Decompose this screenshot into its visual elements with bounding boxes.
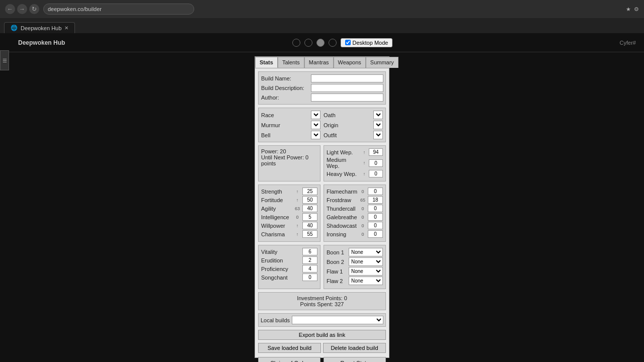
save-delete-row: Save loaded build Delete loaded build [258, 343, 386, 353]
flaw1-select[interactable]: None [349, 267, 383, 276]
charisma-label: Charisma [261, 231, 292, 237]
frostdraw-input[interactable] [368, 196, 383, 204]
save-button[interactable]: Save loaded build [258, 343, 321, 353]
tabs-row: Stats Talents Mantras Weapons Summary [255, 57, 389, 68]
magic-stats-section: Flamecharm 0 Frostdraw 65 Thundercall 0 [324, 185, 386, 242]
flaw2-select[interactable]: None [349, 277, 383, 285]
light-wep-input[interactable] [369, 148, 383, 156]
local-builds-select[interactable] [292, 316, 383, 324]
build-name-input[interactable] [311, 74, 383, 82]
boon1-select[interactable]: None [349, 248, 383, 256]
desktop-mode-button[interactable]: Desktop Mode [341, 38, 393, 47]
circle-btn-1[interactable] [292, 39, 300, 47]
settings-icon[interactable]: ⚙ [634, 6, 639, 13]
builder-panel: Stats Talents Mantras Weapons Summary Bu… [255, 56, 389, 358]
oath-row: Oath Oathless [324, 111, 383, 119]
origin-label: Origin [324, 122, 371, 128]
proficiency-row: Proficiency [261, 265, 317, 273]
build-name-label: Build Name: [261, 75, 309, 81]
sidebar-toggle[interactable]: ☰ [0, 50, 9, 70]
tab-talents[interactable]: Talents [278, 57, 304, 68]
close-tab-icon[interactable]: ✕ [64, 25, 68, 31]
delete-button[interactable]: Delete loaded build [323, 343, 386, 353]
light-wep-modifier: ↑ [361, 150, 367, 155]
tab-mantras[interactable]: Mantras [304, 57, 334, 68]
back-button[interactable]: ← [5, 4, 15, 14]
until-next-value: 0 [305, 154, 308, 160]
shadowcast-row: Shadowcast 0 [327, 222, 383, 229]
boon2-select[interactable]: None [349, 257, 383, 266]
songchant-input[interactable] [302, 274, 317, 281]
tab-stats[interactable]: Stats [255, 57, 278, 68]
outfit-label: Outfit [324, 132, 371, 138]
power-label: Power: [261, 148, 278, 154]
fortitude-label: Fortitude [261, 197, 292, 203]
thundercall-label: Thundercall [327, 206, 358, 212]
proficiency-label: Proficiency [261, 266, 301, 272]
erudition-input[interactable] [302, 256, 317, 264]
fortitude-input[interactable] [302, 196, 317, 204]
weapon-stats-section: Light Wep. ↑ Medium Wep. ↑ Heavy Wep. ↑ [324, 145, 386, 182]
intelligence-input[interactable] [302, 213, 317, 221]
strength-input[interactable] [302, 188, 317, 195]
circle-btn-4[interactable] [329, 39, 337, 47]
songchant-label: Songchant [261, 275, 301, 281]
tab-weapons[interactable]: Weapons [334, 57, 366, 68]
tab-icon: 🌐 [11, 25, 18, 31]
agility-input[interactable] [302, 205, 317, 212]
investment-points-value: 0 [344, 295, 347, 301]
galebreathe-input[interactable] [368, 213, 383, 221]
shrine-button[interactable]: Shrine of Order [258, 357, 320, 362]
outfit-row: Outfit Black Diver [324, 131, 383, 139]
flaw2-row: Flaw 2 None [327, 277, 383, 285]
heavy-wep-row: Heavy Wep. ↑ [327, 170, 383, 177]
boons-flaws-section: Boon 1 None Boon 2 None Flaw 1 [324, 245, 386, 289]
bell-select[interactable]: Blood Scourg [311, 131, 320, 139]
proficiency-input[interactable] [302, 265, 317, 273]
race-select[interactable]: Felinor [311, 111, 320, 119]
power-text: Power: 20 [261, 148, 317, 154]
power-value: 20 [280, 148, 286, 154]
flamecharm-input[interactable] [368, 188, 383, 195]
circle-btn-2[interactable] [304, 39, 312, 47]
songchant-row: Songchant [261, 274, 317, 281]
thundercall-modifier: 0 [359, 206, 366, 211]
ironsing-input[interactable] [368, 230, 383, 238]
export-button[interactable]: Export build as link [258, 330, 386, 340]
refresh-button[interactable]: ↻ [29, 4, 39, 14]
origin-select[interactable]: Castaway [373, 121, 383, 129]
boon2-row: Boon 2 None [327, 257, 383, 266]
character-right-col: Oath Oathless Origin Castaway [324, 111, 383, 139]
heavy-wep-input[interactable] [369, 170, 383, 177]
user-label: Cyfer# [620, 40, 636, 46]
browser-bar: ← → ↻ deepwoken.co/builder ★ ⚙ [0, 0, 644, 18]
circle-btn-3[interactable] [316, 39, 325, 47]
oath-label: Oath [324, 112, 371, 118]
medium-wep-input[interactable] [369, 159, 383, 167]
race-row: Race Felinor [261, 111, 320, 119]
build-info-section: Build Name: Build Description: Author: [258, 71, 386, 105]
willpower-input[interactable] [302, 222, 317, 229]
bookmark-icon[interactable]: ★ [626, 6, 631, 13]
reset-button[interactable]: Reset Stats [324, 357, 386, 362]
build-description-row: Build Description: [261, 84, 383, 92]
address-bar[interactable]: deepwoken.co/builder [43, 4, 194, 15]
thundercall-input[interactable] [368, 205, 383, 212]
thundercall-row: Thundercall 0 [327, 205, 383, 212]
tab-summary[interactable]: Summary [366, 57, 398, 68]
local-builds-label: Local builds [261, 317, 290, 323]
murmur-select[interactable]: Ardour [311, 121, 320, 129]
charisma-input[interactable] [302, 230, 317, 238]
desktop-mode-checkbox[interactable] [345, 40, 351, 45]
vitality-input[interactable] [302, 248, 317, 255]
shadowcast-input[interactable] [368, 222, 383, 229]
author-input[interactable] [311, 94, 383, 102]
outfit-select[interactable]: Black Diver [373, 131, 383, 139]
build-description-input[interactable] [311, 84, 383, 92]
oath-select[interactable]: Oathless [373, 111, 383, 119]
frostdraw-row: Frostdraw 65 [327, 196, 383, 204]
browser-tab[interactable]: 🌐 Deepwoken Hub ✕ [4, 22, 75, 33]
willpower-row: Willpower ↑ [261, 222, 317, 229]
strength-modifier: ↑ [294, 189, 301, 194]
forward-button[interactable]: → [17, 4, 27, 14]
